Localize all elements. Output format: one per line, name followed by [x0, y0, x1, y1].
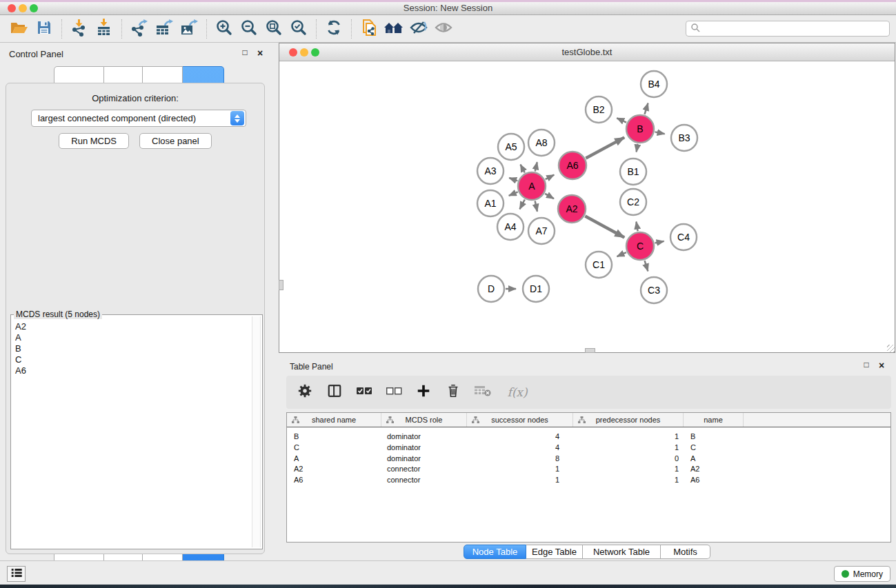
resize-grip-icon[interactable]: [887, 345, 895, 352]
run-mcds-button[interactable]: Run MCDS: [59, 133, 129, 149]
graph-edge-A2-C[interactable]: [585, 216, 624, 238]
create-column-button[interactable]: [415, 383, 432, 401]
table-settings-button[interactable]: [296, 383, 314, 401]
table-cell[interactable]: connector: [381, 463, 467, 474]
save-session-button[interactable]: [32, 17, 57, 41]
show-panels-button[interactable]: [7, 566, 26, 582]
table-row[interactable]: A2connector11A2: [287, 463, 890, 474]
graph-edge-A-A3[interactable]: [509, 178, 517, 181]
zoom-fit-button[interactable]: [261, 17, 286, 41]
hide-selected-button[interactable]: [406, 17, 431, 41]
table-cell[interactable]: 1: [573, 474, 684, 485]
table-cell[interactable]: 1: [467, 463, 573, 474]
table-cell[interactable]: C: [287, 442, 381, 453]
table-cell[interactable]: dominator: [381, 431, 467, 442]
table-cell[interactable]: A6: [287, 474, 381, 485]
table-cell[interactable]: 1: [467, 474, 573, 485]
graph-edge-A-A2[interactable]: [545, 194, 554, 199]
graph-edge-B-B1[interactable]: [637, 144, 638, 152]
export-table-button[interactable]: [152, 17, 177, 41]
close-table-panel-icon[interactable]: ×: [877, 360, 886, 371]
mcds-result-list[interactable]: A2 A B C A6: [12, 321, 251, 547]
float-table-panel-icon[interactable]: □: [862, 360, 871, 371]
graph-edge-C-C3[interactable]: [645, 261, 648, 271]
network-canvas[interactable]: AA1A2A3A4A5A6A7A8BB1B2B3B4CC1C2C3C4DD1: [279, 62, 895, 352]
table-cell[interactable]: 4: [467, 431, 573, 442]
close-panel-icon[interactable]: ×: [255, 48, 265, 59]
search-input[interactable]: [703, 22, 889, 35]
tab-network-table[interactable]: Network Table: [583, 545, 661, 559]
graph-edge-C-C2[interactable]: [636, 222, 637, 232]
network-graph[interactable]: AA1A2A3A4A5A6A7A8BB1B2B3B4CC1C2C3C4DD1: [279, 62, 895, 352]
duplicate-network-button[interactable]: [357, 17, 381, 41]
graph-edge-A-A6[interactable]: [546, 175, 555, 179]
graph-edge-B-B3[interactable]: [655, 132, 665, 134]
refresh-view-button[interactable]: [321, 17, 346, 41]
table-cell[interactable]: B: [287, 431, 381, 442]
export-network-button[interactable]: [127, 17, 152, 41]
float-panel-icon[interactable]: □: [240, 48, 250, 59]
close-panel-button[interactable]: Close panel: [139, 133, 212, 149]
first-neighbors-button[interactable]: [381, 17, 406, 41]
network-window-titlebar[interactable]: testGlobe.txt: [279, 43, 895, 61]
table-cell[interactable]: 0: [573, 453, 684, 464]
column-header-predecessor-nodes[interactable]: predecessor nodes: [573, 413, 684, 427]
deselect-all-button[interactable]: [385, 383, 403, 401]
tab-edge-table[interactable]: Edge Table: [526, 545, 583, 559]
select-all-button[interactable]: [355, 383, 373, 401]
table-cell[interactable]: A2: [684, 463, 744, 474]
table-cell[interactable]: A: [684, 453, 744, 464]
graph-edge-A-A1[interactable]: [509, 192, 518, 195]
criterion-dropdown[interactable]: largest connected component (directed): [31, 110, 246, 127]
memory-button[interactable]: Memory: [834, 566, 890, 582]
network-hscroll-thumb[interactable]: [585, 348, 595, 353]
table-cell[interactable]: 1: [573, 431, 684, 442]
table-cell[interactable]: 8: [467, 453, 573, 464]
graph-edge-A6-B[interactable]: [586, 137, 624, 158]
table-row[interactable]: Bdominator41B: [287, 431, 890, 442]
tab-node-table[interactable]: Node Table: [464, 545, 526, 559]
column-header-name[interactable]: name: [684, 413, 744, 427]
import-network-button[interactable]: [67, 17, 92, 41]
column-header-shared-name[interactable]: shared name: [287, 413, 381, 427]
table-row[interactable]: Cdominator41C: [287, 442, 890, 453]
delete-column-button[interactable]: [444, 383, 462, 401]
zoom-out-button[interactable]: [237, 17, 261, 41]
graph-edge-A-A4[interactable]: [519, 199, 524, 209]
result-scrollbar[interactable]: [252, 316, 261, 547]
graph-edge-C-C4[interactable]: [655, 241, 664, 243]
table-cell[interactable]: A: [287, 453, 381, 464]
table-cell[interactable]: 1: [573, 442, 684, 453]
column-header-successor-nodes[interactable]: successor nodes: [467, 413, 573, 427]
export-image-button[interactable]: [177, 17, 201, 41]
table-row[interactable]: A6connector11A6: [287, 474, 890, 485]
open-session-button[interactable]: [7, 17, 32, 41]
show-all-button[interactable]: [431, 17, 456, 41]
graph-edge-A-A7[interactable]: [535, 201, 537, 212]
table-row[interactable]: Adominator80A: [287, 453, 890, 464]
graph-edge-A-A8[interactable]: [535, 162, 537, 171]
column-header-mcds-role[interactable]: MCDS role: [381, 413, 467, 427]
table-cell[interactable]: A6: [684, 474, 744, 485]
table-cell[interactable]: dominator: [381, 453, 467, 464]
table-cell[interactable]: dominator: [381, 442, 467, 453]
delete-table-button[interactable]: [474, 383, 492, 401]
search-field[interactable]: [686, 21, 890, 37]
show-columns-button[interactable]: [326, 383, 344, 401]
graph-edge-A-A5[interactable]: [521, 165, 525, 173]
table-cell[interactable]: B: [684, 431, 744, 442]
graph-edge-B-B4[interactable]: [644, 103, 648, 114]
table-cell[interactable]: A2: [287, 463, 381, 474]
network-vscroll-thumb[interactable]: [279, 280, 283, 290]
table-cell[interactable]: connector: [381, 474, 467, 485]
graph-edge-B-B2[interactable]: [617, 118, 626, 122]
zoom-selected-button[interactable]: [286, 17, 311, 41]
table-cell[interactable]: 4: [467, 442, 573, 453]
zoom-in-button[interactable]: [212, 17, 237, 41]
function-builder-button[interactable]: f(x): [504, 383, 531, 401]
table-cell[interactable]: C: [684, 442, 744, 453]
tab-motifs[interactable]: Motifs: [661, 545, 710, 559]
graph-edge-C-C1[interactable]: [617, 252, 626, 256]
table-cell[interactable]: 1: [573, 463, 684, 474]
import-table-button[interactable]: [92, 17, 117, 41]
